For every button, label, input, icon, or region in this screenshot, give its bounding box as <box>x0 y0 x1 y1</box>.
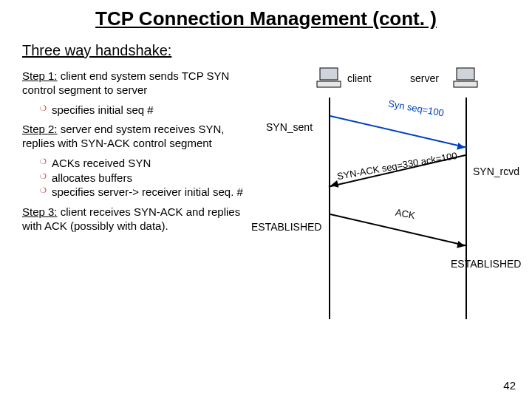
step-2-bullet-3: specifies server-> receiver initial seq.… <box>40 185 244 200</box>
section-subtitle: Three way handshake: <box>22 42 532 59</box>
steps-column: Step 1: client end system sends TCP SYN … <box>22 69 244 335</box>
step-2-bullet-1: ACKs received SYN <box>40 157 244 171</box>
server-timeline <box>466 98 467 319</box>
step-3-label: Step 3: <box>22 205 58 218</box>
step-1-bullet-1: specifies initial seq # <box>40 103 244 117</box>
svg-rect-1 <box>317 81 341 87</box>
arrow-syn <box>330 115 468 149</box>
state-syn-sent: SYN_sent <box>266 121 313 133</box>
sequence-diagram: client server Syn seq=100 SYN-ACK seq=33… <box>244 69 517 335</box>
step-3: Step 3: client receives SYN-ACK and repl… <box>22 205 244 233</box>
msg-syn: Syn seq=100 <box>387 98 445 118</box>
step-2-bullets: ACKs received SYN allocates buffers spec… <box>22 157 244 200</box>
state-syn-rcvd: SYN_rcvd <box>473 166 519 177</box>
step-2: Step 2: server end system receives SYN, … <box>22 123 244 151</box>
slide-number: 42 <box>503 379 516 392</box>
content-area: Step 1: client end system sends TCP SYN … <box>0 69 532 335</box>
step-2-label: Step 2: <box>22 123 58 135</box>
client-timeline <box>329 98 330 319</box>
state-established-server: ESTABLISHED <box>451 258 521 270</box>
server-icon <box>451 66 480 89</box>
client-label: client <box>347 72 372 84</box>
svg-rect-2 <box>457 68 474 80</box>
msg-synack: SYN-ACK seq=330 ack=100 <box>336 150 458 182</box>
msg-ack: ACK <box>395 207 416 221</box>
svg-rect-3 <box>454 81 477 87</box>
server-label: server <box>410 72 439 84</box>
page-title: TCP Connection Management (cont. ) <box>0 7 532 30</box>
step-1-bullets: specifies initial seq # <box>22 103 244 117</box>
step-2-bullet-2: allocates buffers <box>40 171 244 185</box>
client-icon <box>314 66 344 89</box>
step-1-label: Step 1: <box>22 69 58 82</box>
svg-rect-0 <box>320 68 338 80</box>
step-1: Step 1: client end system sends TCP SYN … <box>22 69 244 98</box>
state-established-client: ESTABLISHED <box>251 221 321 233</box>
